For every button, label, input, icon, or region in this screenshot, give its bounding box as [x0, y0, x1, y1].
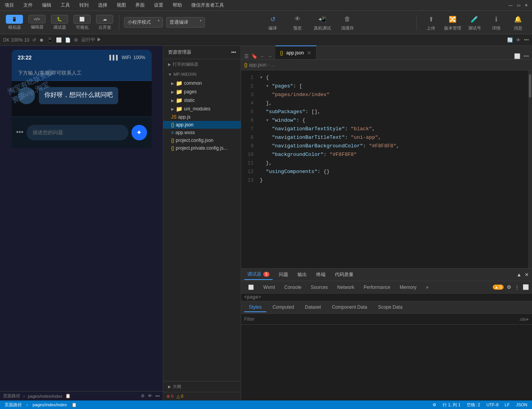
- editor-button[interactable]: </>: [28, 15, 46, 23]
- debugger-up-icon[interactable]: ▲: [516, 272, 522, 278]
- simulator-label: 模拟器: [8, 24, 21, 30]
- minimize-button[interactable]: —: [508, 3, 513, 8]
- tab-close-button[interactable]: ✕: [307, 50, 312, 56]
- debugger-tab-issues[interactable]: 问题: [276, 270, 291, 280]
- dots-button[interactable]: •••: [16, 128, 24, 136]
- bookmark-icon[interactable]: 🔖: [251, 53, 257, 59]
- file-app-js[interactable]: JS app.js: [163, 113, 241, 121]
- mode-dropdown[interactable]: 小程序模式: [124, 17, 163, 28]
- tab-app-json[interactable]: {} app.json ✕: [275, 45, 317, 59]
- folder-static[interactable]: ▶ 📁 static: [163, 96, 241, 105]
- upload-button[interactable]: ⬆ 上传: [422, 14, 440, 31]
- menu-settings[interactable]: 设置: [152, 1, 165, 9]
- devtools-wxml-tab[interactable]: Wxml: [259, 283, 279, 292]
- phone-icon[interactable]: 📱: [47, 37, 53, 43]
- devtools-more-icon[interactable]: ⋮: [514, 284, 520, 290]
- devtools-more-tab[interactable]: »: [422, 283, 432, 292]
- simulator-button[interactable]: 📱: [6, 15, 23, 24]
- menu-tools[interactable]: 工具: [59, 1, 72, 9]
- debugger-tab-quality[interactable]: 代码质量: [332, 270, 357, 280]
- menu-edit[interactable]: 编辑: [40, 1, 53, 9]
- refresh-icon[interactable]: ↺: [32, 37, 36, 43]
- visualize-button[interactable]: ⬜: [74, 15, 91, 24]
- devtools-element-icon[interactable]: ⬜: [244, 283, 258, 292]
- menu-select[interactable]: 选择: [96, 1, 109, 9]
- message-button[interactable]: 🔔 消息: [509, 14, 527, 31]
- compile-dropdown[interactable]: 普通编译: [166, 17, 205, 28]
- hamburger-icon[interactable]: ☰: [244, 53, 249, 59]
- path-copy-icon[interactable]: 📋: [65, 393, 71, 399]
- device-chat-input[interactable]: [26, 125, 128, 140]
- devtools-sources-tab[interactable]: Sources: [307, 283, 332, 292]
- folder-pages[interactable]: ▶ 📁 pages: [163, 87, 241, 96]
- folder-common[interactable]: ▶ 📁 common: [163, 79, 241, 87]
- inner-tab-styles[interactable]: Styles: [244, 303, 266, 312]
- forward-icon[interactable]: →: [267, 53, 272, 59]
- inner-tab-computed[interactable]: Computed: [268, 303, 299, 312]
- record-icon[interactable]: ⏺: [39, 37, 44, 43]
- open-editors-section[interactable]: ▶ 打开的编辑器: [163, 59, 241, 70]
- devtools-console-tab[interactable]: Console: [280, 283, 305, 292]
- path-settings-icon[interactable]: ⚙: [141, 393, 145, 399]
- menu-interface[interactable]: 界面: [134, 1, 146, 9]
- menu-wechat-devtools[interactable]: 微信开发者工具: [190, 1, 226, 9]
- debugger-tab-output[interactable]: 输出: [294, 270, 310, 280]
- filter-input[interactable]: [244, 316, 519, 322]
- close-button[interactable]: ✕: [523, 3, 529, 8]
- path-eye-icon[interactable]: 👁: [148, 393, 152, 399]
- outline-section[interactable]: ▶ 大纲: [163, 381, 241, 392]
- version-button[interactable]: 🔀 版本管理: [443, 14, 462, 31]
- wifi-icon: WiFi: [122, 55, 131, 60]
- line-num-5: 5: [241, 108, 254, 116]
- debugger-tab-terminal[interactable]: 终端: [313, 270, 329, 280]
- folder-uni-modules[interactable]: ▶ 📁 uni_modules: [163, 105, 241, 113]
- menu-help[interactable]: 帮助: [171, 1, 184, 9]
- test-button[interactable]: 🧪 测试号: [465, 14, 484, 31]
- devtools-network-tab[interactable]: Network: [333, 283, 358, 292]
- explorer-more-icon[interactable]: •••: [231, 50, 236, 55]
- menu-file[interactable]: 文件: [22, 1, 34, 9]
- debugger-close-icon[interactable]: ✕: [525, 272, 529, 278]
- cloud-button[interactable]: ☁: [96, 15, 113, 24]
- editor-more-icon[interactable]: •••: [523, 53, 529, 59]
- sync-icon[interactable]: 🔄: [507, 37, 513, 43]
- inner-tab-dataset[interactable]: Dataset: [300, 303, 326, 312]
- split-editor-icon[interactable]: ⬜: [514, 53, 520, 59]
- more-icon[interactable]: •••: [524, 37, 529, 43]
- filter-cls-button[interactable]: .cls: [519, 317, 526, 322]
- inner-tab-component-data[interactable]: Component Data: [327, 303, 372, 312]
- maximize-button[interactable]: ▭: [516, 3, 521, 8]
- details-button[interactable]: ℹ 详情: [487, 14, 506, 31]
- file-app-json[interactable]: {} app.json: [163, 121, 241, 129]
- file-project-private[interactable]: {} project.private.config.js...: [163, 144, 241, 152]
- devtools-dock-icon[interactable]: ⬜: [523, 284, 529, 290]
- menu-view[interactable]: 视图: [115, 1, 128, 9]
- status-copy-icon[interactable]: 📋: [72, 402, 77, 407]
- layout-icon[interactable]: ⬜: [56, 37, 62, 43]
- eye-icon[interactable]: 👁: [516, 37, 521, 43]
- page-icon[interactable]: 📄: [65, 37, 71, 43]
- preview-button[interactable]: 👁 预览: [288, 14, 307, 31]
- devtools-settings-icon[interactable]: ⚙: [507, 284, 511, 290]
- file-project-config[interactable]: {} project.config.json: [163, 136, 241, 144]
- inner-tab-scope-data[interactable]: Scope Data: [373, 303, 407, 312]
- device-send-button[interactable]: ✦: [131, 125, 147, 140]
- debugger-button[interactable]: 🐛: [51, 15, 68, 24]
- filter-add-button[interactable]: +: [526, 316, 529, 322]
- debugger-tab-main[interactable]: 调试器 5: [244, 269, 273, 280]
- status-settings-icon[interactable]: ⚙: [432, 402, 436, 407]
- clear-cache-button[interactable]: 🗑 清缓存: [338, 14, 357, 31]
- real-device-button[interactable]: 📲 真机调试: [313, 14, 332, 31]
- path-label: 页面路径: [3, 393, 20, 399]
- path-more-icon[interactable]: •••: [155, 393, 160, 399]
- settings-icon[interactable]: ⚙: [74, 37, 78, 43]
- project-section[interactable]: ▼ MP-WEIXIN: [163, 70, 241, 79]
- compile-button[interactable]: ↺ 编译: [263, 14, 282, 31]
- scrollbar-thumb[interactable]: [529, 74, 531, 98]
- menu-goto[interactable]: 转到: [78, 1, 90, 9]
- devtools-performance-tab[interactable]: Performance: [360, 283, 394, 292]
- file-app-wxss[interactable]: ≡ app.wxss: [163, 129, 241, 136]
- devtools-memory-tab[interactable]: Memory: [396, 283, 420, 292]
- back-icon[interactable]: ←: [260, 53, 265, 59]
- menu-project[interactable]: 项目: [3, 1, 16, 9]
